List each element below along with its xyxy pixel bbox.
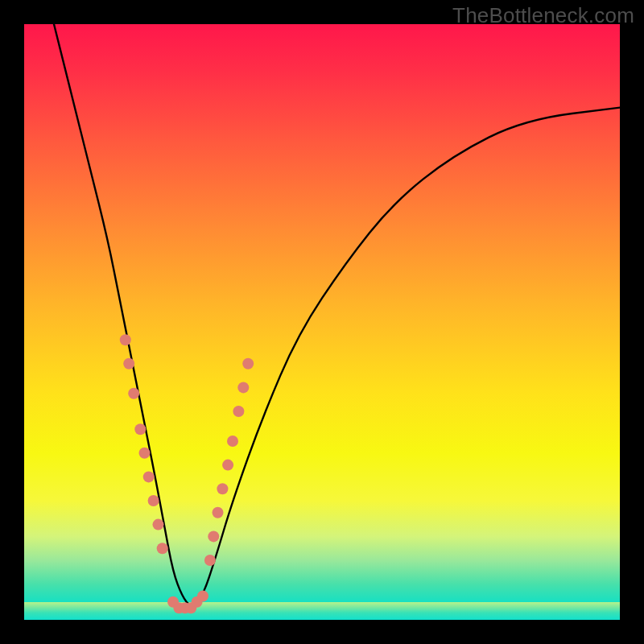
data-marker bbox=[217, 483, 228, 494]
data-marker bbox=[148, 495, 159, 506]
data-marker bbox=[237, 382, 249, 393]
data-marker bbox=[197, 590, 208, 601]
data-marker bbox=[204, 555, 216, 566]
data-marker bbox=[128, 388, 139, 399]
data-marker bbox=[134, 423, 146, 435]
data-marker bbox=[153, 519, 164, 530]
data-marker bbox=[227, 436, 238, 447]
data-marker bbox=[213, 507, 224, 518]
marker-layer bbox=[120, 334, 254, 613]
data-marker bbox=[208, 530, 219, 542]
data-marker bbox=[242, 358, 254, 369]
data-marker bbox=[120, 334, 131, 345]
data-marker bbox=[157, 543, 168, 554]
plot-area bbox=[24, 24, 620, 620]
data-marker bbox=[139, 448, 151, 459]
data-marker bbox=[123, 358, 134, 369]
data-marker bbox=[222, 460, 233, 471]
chart-svg bbox=[24, 24, 620, 620]
data-marker bbox=[233, 406, 244, 417]
data-marker bbox=[143, 471, 155, 482]
bottleneck-curve bbox=[54, 24, 620, 605]
